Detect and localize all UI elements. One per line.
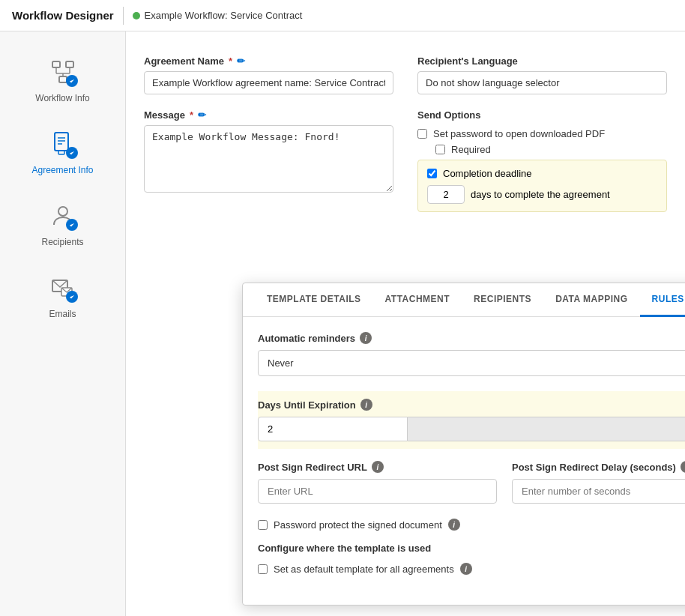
sidebar-item-agreement-info[interactable]: Agreement Info (0, 115, 125, 187)
reminders-select-wrapper: Never Every day Every week ▼ (258, 350, 685, 376)
form-col-left: Agreement Name* ✏ Message* ✏ Example Wor… (144, 55, 393, 227)
divider (123, 7, 124, 25)
recipient-language-group: Recipient's Language (417, 55, 667, 94)
expiration-label: Days Until Expiration i (258, 399, 685, 411)
workflow-name: Example Workflow: Service Contract (145, 10, 303, 21)
required-star: * (229, 55, 232, 67)
sidebar-item-label-agreement: Agreement Info (31, 165, 93, 175)
emails-badge (66, 291, 78, 303)
agreement-name-edit-icon[interactable]: ✏ (237, 55, 245, 67)
post-sign-url-input[interactable] (258, 479, 497, 504)
automatic-reminders-info-icon[interactable]: i (360, 332, 372, 344)
required-checkbox[interactable] (435, 145, 445, 154)
emails-icon-wrapper (46, 271, 79, 304)
tabs-row: TEMPLATE DETAILS ATTACHMENT RECIPIENTS D… (243, 283, 685, 317)
status-dot (133, 12, 140, 19)
message-textarea[interactable]: Example Workflow Message: Fnord! (144, 125, 393, 193)
password-protect-section: Password protect the signed document i (258, 519, 685, 531)
password-protect-checkbox[interactable] (258, 520, 268, 530)
message-group: Message* ✏ Example Workflow Message: Fno… (144, 109, 393, 196)
message-edit-icon[interactable]: ✏ (198, 109, 206, 121)
required-row: Required (435, 144, 667, 155)
sidebar-item-label-emails: Emails (49, 309, 76, 319)
send-options-group: Send Options Set password to open downlo… (417, 109, 667, 212)
deadline-days-row: days to complete the agreement (427, 185, 657, 204)
workflow-label: Example Workflow: Service Contract (133, 10, 303, 21)
tab-attachment[interactable]: ATTACHMENT (373, 283, 462, 317)
sidebar-item-recipients[interactable]: Recipients (0, 187, 125, 259)
message-required-star: * (190, 109, 193, 121)
default-template-label: Set as default template for all agreemen… (258, 563, 685, 575)
post-sign-row: Post Sign Redirect URL i Post Sign Redir… (258, 461, 685, 504)
deadline-row: Completion deadline (427, 168, 657, 179)
top-bar: Workflow Designer Example Workflow: Serv… (0, 0, 685, 31)
default-template-checkbox[interactable] (258, 564, 268, 574)
svg-point-12 (58, 207, 67, 216)
expiration-filler (408, 417, 685, 441)
expiration-box: Days Until Expiration i (258, 391, 685, 449)
sidebar-item-workflow-info[interactable]: Workflow Info (0, 43, 125, 115)
agreement-info-icon-wrapper (46, 127, 79, 160)
svg-rect-0 (52, 61, 60, 67)
post-sign-delay-label: Post Sign Redirect Delay (seconds) i (512, 461, 685, 473)
workflow-info-badge (66, 75, 78, 87)
post-sign-delay-input[interactable] (512, 479, 685, 504)
expiration-input[interactable] (258, 417, 408, 441)
days-label: days to complete the agreement (471, 189, 610, 200)
required-label: Required (451, 144, 491, 155)
agreement-info-badge (66, 147, 78, 159)
form-col-right: Recipient's Language Send Options Set pa… (417, 55, 667, 227)
completion-deadline-box: Completion deadline days to complete the… (417, 160, 667, 212)
svg-rect-8 (58, 151, 64, 154)
post-sign-url-group: Post Sign Redirect URL i (258, 461, 497, 504)
default-template-info-icon[interactable]: i (460, 563, 472, 575)
app-title: Workflow Designer (12, 9, 114, 22)
modal-panel: TEMPLATE DETAILS ATTACHMENT RECIPIENTS D… (242, 283, 685, 606)
agreement-name-label: Agreement Name* ✏ (144, 55, 393, 67)
workflow-info-icon-wrapper (46, 55, 79, 88)
set-password-row: Set password to open downloaded PDF (417, 128, 667, 139)
recipient-language-label: Recipient's Language (417, 55, 667, 67)
svg-rect-2 (59, 76, 67, 82)
tab-data-mapping[interactable]: DATA MAPPING (543, 283, 639, 317)
recipients-icon-wrapper (46, 199, 79, 232)
days-input[interactable] (427, 185, 465, 204)
completion-deadline-checkbox[interactable] (427, 169, 437, 178)
sidebar-item-label-workflow: Workflow Info (35, 93, 89, 103)
sidebar: Workflow Info Agreement Info (0, 31, 126, 616)
tab-template-details[interactable]: TEMPLATE DETAILS (255, 283, 373, 317)
content-area: Agreement Name* ✏ Message* ✏ Example Wor… (126, 31, 685, 616)
svg-rect-1 (66, 61, 73, 67)
set-password-label: Set password to open downloaded PDF (433, 128, 605, 139)
password-protect-label: Password protect the signed document i (258, 519, 685, 531)
agreement-name-group: Agreement Name* ✏ (144, 55, 393, 94)
expiration-info-icon[interactable]: i (360, 399, 372, 411)
automatic-reminders-label: Automatic reminders i (258, 332, 685, 344)
post-sign-delay-group: Post Sign Redirect Delay (seconds) i (512, 461, 685, 504)
expiration-input-wrapper (258, 417, 685, 441)
main-layout: Workflow Info Agreement Info (0, 31, 685, 616)
tab-recipients[interactable]: RECIPIENTS (462, 283, 543, 317)
post-sign-url-info-icon[interactable]: i (372, 461, 384, 473)
send-options-title: Send Options (417, 109, 667, 121)
set-password-checkbox[interactable] (417, 129, 427, 139)
modal-content: Automatic reminders i Never Every day Ev… (243, 317, 685, 605)
configure-title: Configure where the template is used (258, 543, 685, 554)
post-sign-delay-info-icon[interactable]: i (681, 461, 685, 473)
recipients-badge (66, 219, 78, 231)
svg-rect-7 (55, 133, 68, 151)
tab-rules[interactable]: RULES (640, 283, 685, 317)
agreement-form: Agreement Name* ✏ Message* ✏ Example Wor… (144, 55, 667, 227)
language-input[interactable] (417, 71, 667, 94)
password-protect-info-icon[interactable]: i (448, 519, 460, 531)
post-sign-url-label: Post Sign Redirect URL i (258, 461, 497, 473)
sidebar-item-emails[interactable]: Emails (0, 259, 125, 331)
reminders-select[interactable]: Never Every day Every week (258, 350, 685, 376)
completion-deadline-label: Completion deadline (443, 168, 532, 179)
sidebar-item-label-recipients: Recipients (41, 237, 83, 247)
default-template-section: Set as default template for all agreemen… (258, 563, 685, 575)
agreement-name-input[interactable] (144, 71, 393, 94)
message-label: Message* ✏ (144, 109, 393, 121)
